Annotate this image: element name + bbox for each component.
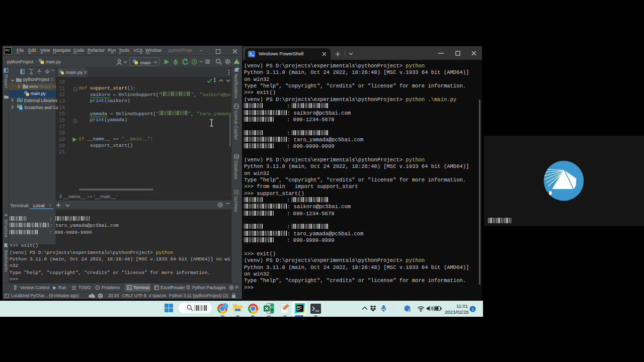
- svg-text:PC: PC: [297, 306, 302, 309]
- svg-text:3: 3: [471, 307, 474, 312]
